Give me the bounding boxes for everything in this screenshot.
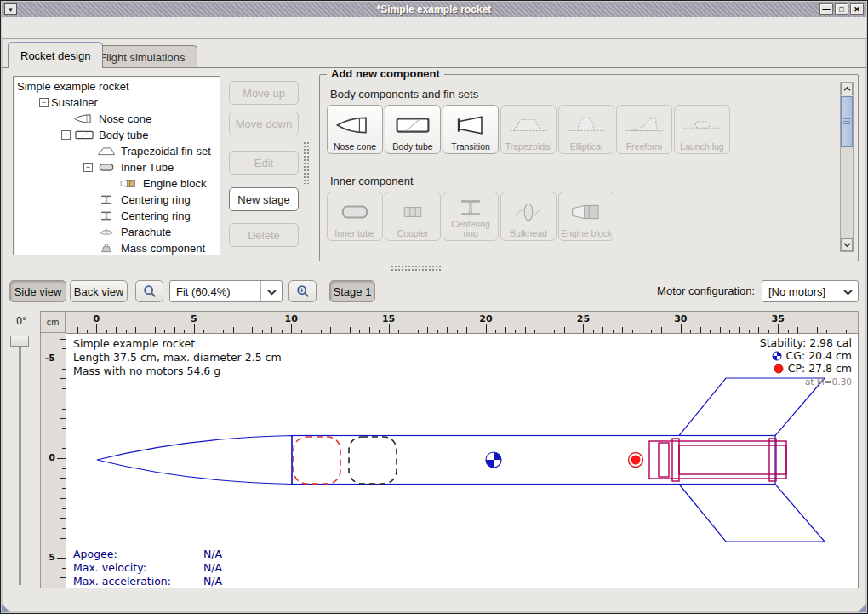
scrollbar-thumb[interactable] [841, 96, 853, 147]
tree-node-parachute[interactable]: Parachute [14, 224, 220, 240]
motor-config-label: Motor configuration: [528, 284, 755, 297]
side-view-button[interactable]: Side view [9, 280, 66, 302]
minimize-button[interactable]: — [819, 3, 833, 15]
tree-expander-icon[interactable] [83, 211, 94, 221]
move-down-button[interactable]: Move down [229, 112, 299, 135]
menu-help[interactable] [53, 26, 68, 31]
move-up-button[interactable]: Move up [229, 81, 299, 105]
tree-expander-icon[interactable]: − [83, 163, 93, 172]
tree-node-engine-block[interactable]: Engine block [14, 175, 220, 192]
vertical-splitter-handle[interactable] [303, 141, 310, 184]
zoom-in-button[interactable] [288, 280, 317, 302]
rocket-info: Simple example rocket Length 37.5 cm, ma… [73, 337, 282, 378]
tree-node-mass-component[interactable]: Mass component [14, 240, 220, 255]
close-button[interactable]: ✕ [850, 3, 864, 15]
add-nose-cone-button[interactable]: Nose cone [327, 105, 383, 154]
add-launch-lug-button[interactable]: Launch lug [674, 105, 730, 154]
add-elliptical-button[interactable]: Elliptical [558, 105, 614, 154]
close-icon: ✕ [854, 5, 860, 14]
tree-expander-icon[interactable]: − [61, 130, 71, 140]
component-scrollbar[interactable] [840, 82, 854, 252]
tree-node-body-tube[interactable]: − Body tube [14, 127, 220, 143]
body-components-row: Nose cone Body tube Transition Trapezoid… [327, 105, 730, 154]
add-engine-block-button[interactable]: Engine block [558, 192, 614, 241]
zoom-out-button[interactable] [135, 280, 163, 302]
ruler-unit: cm [40, 311, 66, 333]
inner-tube-icon [95, 161, 117, 174]
motor-config-select[interactable]: [No motors] [762, 280, 859, 302]
add-bulkhead-button[interactable]: Bulkhead [500, 192, 557, 241]
cp-text: CP: 27.8 cm [788, 362, 852, 375]
back-view-button[interactable]: Back view [70, 280, 128, 302]
lower-fin-outline [679, 485, 825, 542]
tree-node-centering-ring[interactable]: Centering ring [14, 208, 220, 224]
zoom-in-icon [295, 284, 311, 299]
elliptical-fin-icon [564, 108, 608, 142]
centering-ring-icon [95, 193, 117, 206]
body-tube-outline [292, 436, 775, 485]
edit-button[interactable]: Edit [229, 151, 299, 175]
tree-expander-icon[interactable] [83, 146, 94, 156]
add-trapezoidal-button[interactable]: Trapezoidal [500, 105, 557, 154]
tree-node-centering-ring[interactable]: Centering ring [14, 192, 220, 208]
status-bar [4, 592, 864, 611]
chevron-down-icon [843, 242, 851, 248]
bulkhead-icon [506, 195, 551, 229]
tree-expander-icon[interactable] [106, 179, 117, 188]
stage-1-toggle[interactable]: Stage 1 [329, 280, 375, 302]
chevron-down-icon [266, 288, 277, 296]
add-component-group: Add new component Body components and fi… [319, 74, 859, 261]
menu-bar [2, 17, 866, 39]
tree-expander-icon[interactable] [83, 195, 94, 204]
freeform-fin-icon [622, 108, 666, 142]
stability-text: Stability: 2.98 cal [760, 336, 852, 349]
menu-edit[interactable] [22, 26, 37, 31]
window-menu-icon[interactable]: ▼ [4, 3, 17, 15]
body-components-label: Body components and fin sets [330, 88, 478, 100]
tree-expander-icon[interactable] [61, 114, 72, 123]
inner-tube-icon [333, 195, 377, 229]
tree-node-trapezoidal-fin-set[interactable]: Trapezoidal fin set [14, 143, 220, 159]
component-tree[interactable]: Simple example rocket − Sustainer Nose c… [13, 76, 220, 255]
flight-stat-row: Max. velocity: N/A [73, 561, 222, 575]
tree-expander-icon[interactable] [83, 227, 94, 237]
add-coupler-button[interactable]: Coupler [385, 192, 441, 241]
rocket-canvas[interactable]: Simple example rocket Length 37.5 cm, ma… [66, 333, 859, 588]
minimize-icon: — [823, 5, 831, 14]
new-stage-button[interactable]: New stage [229, 187, 299, 211]
tree-node-inner-tube[interactable]: − Inner Tube [14, 159, 220, 175]
group-title: Add new component [327, 67, 444, 80]
body-tube-icon [391, 108, 435, 142]
scrollbar-up-button[interactable] [841, 83, 853, 95]
add-freeform-button[interactable]: Freeform [616, 105, 672, 154]
zoom-level-select[interactable]: Fit (60.4%) [169, 280, 283, 302]
engine-block-icon [117, 177, 140, 190]
horizontal-splitter-handle[interactable] [391, 265, 443, 272]
tree-node-simple-example-rocket[interactable]: Simple example rocket [14, 78, 220, 95]
launch-lug-icon [680, 108, 724, 142]
tab-rocket-design[interactable]: Rocket design [8, 42, 103, 68]
scrollbar-down-button[interactable] [841, 238, 853, 251]
add-centering-ring-button[interactable]: Centering ring [443, 192, 499, 241]
tab-flight-simulations[interactable]: Flight simulations [87, 45, 197, 68]
menu-analyze[interactable] [37, 26, 53, 31]
rotation-slider-handle[interactable] [10, 336, 29, 347]
add-inner-tube-button[interactable]: Inner tube [327, 192, 383, 241]
body-tube-icon [73, 129, 95, 141]
tree-node-sustainer[interactable]: − Sustainer [14, 95, 220, 111]
fin-set-icon [95, 145, 117, 158]
chevron-up-icon [843, 86, 851, 92]
rotation-slider-track[interactable] [19, 338, 21, 585]
delete-button[interactable]: Delete [229, 223, 299, 247]
tree-node-nose-cone[interactable]: Nose cone [14, 111, 220, 127]
tree-expander-icon[interactable] [83, 244, 94, 253]
horizontal-ruler: 05101520253035 [66, 311, 859, 333]
maximize-button[interactable]: □ [835, 3, 848, 15]
inner-component-label: Inner component [330, 175, 414, 187]
tree-expander-icon[interactable]: − [39, 98, 49, 107]
add-transition-button[interactable]: Transition [443, 105, 499, 154]
title-bar[interactable]: ▼ *Simple example rocket — □ ✕ [2, 2, 866, 17]
mass-component-icon [95, 242, 117, 255]
menu-file[interactable] [7, 26, 22, 31]
add-body-tube-button[interactable]: Body tube [385, 105, 441, 154]
